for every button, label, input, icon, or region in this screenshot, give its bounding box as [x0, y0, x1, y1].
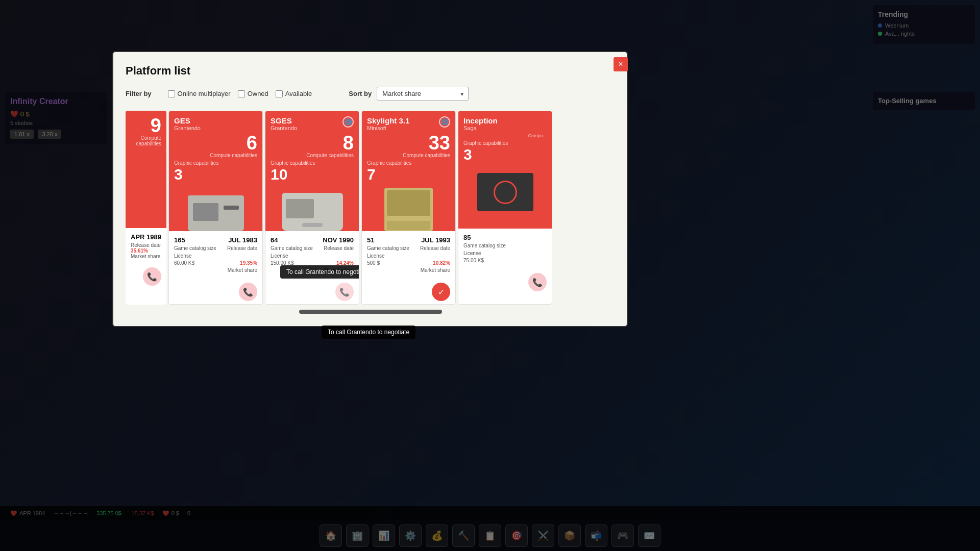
ges-date-label: Release date: [227, 245, 257, 251]
inception-name: Inception: [463, 116, 547, 125]
sort-select-wrapper: Market share Release date Compute capabi…: [377, 87, 469, 101]
filter-sort-bar: Filter by Online multiplayer Owned Avail…: [126, 87, 615, 101]
skylight-compute-label: Compute capabilities: [367, 153, 450, 158]
sges-image: [271, 185, 354, 231]
partial-call-button[interactable]: 📞: [143, 267, 161, 286]
filter-label: Filter by: [126, 90, 152, 97]
inception-compute-label-partial: Compu...: [463, 133, 547, 138]
floating-tooltip: To call Grantendo to negotiate: [322, 325, 415, 339]
partial-market: 35.61%: [131, 248, 161, 254]
skylight-market-label: Market share: [421, 267, 450, 273]
cards-scroll-wrapper: 9 Compute capabilities APR 1989 Release …: [126, 111, 616, 314]
ges-catalog-label: Game catalog size: [174, 245, 216, 251]
partial-date-row: APR 1989: [131, 233, 161, 241]
sges-date-label: Release date: [324, 245, 354, 251]
skylight-market: 10.82%: [433, 260, 450, 266]
skylight-card-top: Skylight 3.1 Minisoft 🌐 33 Compute capab…: [362, 111, 455, 231]
ges-compute: 6: [174, 133, 257, 153]
filter-online-multiplayer[interactable]: Online multiplayer: [168, 90, 231, 97]
inception-card-action: 📞: [458, 270, 552, 294]
inception-license-label: License: [463, 251, 481, 256]
skylight-globe-icon: 🌐: [439, 116, 450, 128]
card-partial-top: 9 Compute capabilities: [126, 111, 166, 228]
skylight-catalog-label: Game catalog size: [367, 245, 409, 251]
platform-list-modal: × Platform list Filter by Online multipl…: [112, 51, 628, 327]
platform-card-sges: SGES Grantendo 🌐 8 Compute capabilities …: [265, 111, 359, 305]
skylight-market-label-row: Market share: [367, 267, 450, 273]
skylight-catalog: 51: [367, 236, 374, 244]
nes-console-image: [188, 195, 244, 231]
skylight-manufacturer: Minisoft: [367, 125, 450, 131]
skylight-check-button[interactable]: ✓: [432, 283, 450, 301]
sges-name: SGES: [271, 116, 354, 125]
owned-checkbox[interactable]: [238, 90, 245, 97]
inception-license-value-row: 75.00 K$: [463, 258, 547, 263]
sges-compute: 8: [271, 133, 354, 153]
skylight-license-value: 500 $: [367, 260, 380, 266]
ges-call-button[interactable]: 📞: [239, 283, 257, 301]
inception-console-image: [477, 173, 533, 211]
sges-graphic-label: Graphic capabilities: [271, 160, 354, 166]
ges-license-row: License: [174, 253, 257, 259]
ges-license-value: 60.00 K$: [174, 260, 194, 266]
ges-market: 19.35%: [240, 260, 257, 266]
skylight-date: JUL 1993: [421, 236, 450, 244]
filter-options: Online multiplayer Owned Available: [168, 90, 312, 97]
partial-market-label: Market share: [131, 254, 161, 259]
sges-call-button[interactable]: 📞: [335, 283, 354, 301]
online-multiplayer-checkbox[interactable]: [168, 90, 175, 97]
partial-date-label: Release date: [131, 242, 161, 248]
sges-labels-row: Game catalog size Release date: [271, 245, 354, 251]
sges-license-label: License: [271, 253, 288, 259]
available-checkbox[interactable]: [276, 90, 283, 97]
filter-available[interactable]: Available: [276, 90, 312, 97]
ges-license-label: License: [174, 253, 191, 259]
partial-compute-label: Compute capabilities: [131, 135, 161, 146]
sges-compute-label: Compute capabilities: [271, 153, 354, 158]
skylight-license-label: License: [367, 253, 384, 259]
skylight-name: Skylight 3.1: [367, 116, 450, 125]
sges-date: NOV 1990: [323, 236, 354, 244]
skylight-image: [367, 185, 450, 231]
sges-graphic: 10: [271, 166, 354, 183]
ges-manufacturer: Grantendo: [174, 125, 257, 131]
ges-card-action: 📞: [169, 280, 262, 304]
skylight-labels-row: Game catalog size Release date: [367, 245, 450, 251]
inception-manufacturer: Saga: [463, 125, 547, 131]
sges-license-row: License: [271, 253, 354, 259]
partial-card-action: 📞: [126, 264, 166, 289]
snes-console-image: [282, 193, 343, 231]
filter-owned[interactable]: Owned: [238, 90, 268, 97]
ges-bottom: 165 JUL 1983 Game catalog size Release d…: [169, 231, 262, 280]
inception-license-value: 75.00 K$: [463, 258, 484, 263]
owned-label: Owned: [248, 90, 268, 97]
skylight-license-row: License: [367, 253, 450, 259]
inception-catalog: 85: [463, 234, 471, 241]
skylight-card-action: ✓: [362, 280, 455, 304]
inception-graphic-label: Graphic capabilities: [463, 140, 547, 146]
ges-labels-row: Game catalog size Release date: [174, 245, 257, 251]
skylight-license-value-row: 500 $ 10.82%: [367, 260, 450, 266]
ges-market-label-row: Market share: [174, 267, 257, 273]
partial-date: APR 1989: [131, 233, 161, 241]
inception-catalog-label: Game catalog size: [463, 243, 506, 248]
inception-catalog-label-row: Game catalog size: [463, 243, 547, 248]
sges-card-action: 📞 To call Grantendo to negotiate: [265, 280, 359, 304]
platform-card-inception: Inception Saga Compu... Graphic capabili…: [458, 111, 552, 305]
ges-name: GES: [174, 116, 257, 125]
inception-bottom: 85 Game catalog size License 75.00 K$: [458, 229, 552, 270]
sort-label: Sort by: [349, 90, 372, 97]
skylight-graphic: 7: [367, 166, 450, 183]
online-multiplayer-label: Online multiplayer: [178, 90, 231, 97]
platform-card-partial: 9 Compute capabilities APR 1989 Release …: [126, 111, 166, 305]
cards-container: 9 Compute capabilities APR 1989 Release …: [126, 111, 616, 305]
close-button[interactable]: ×: [614, 57, 628, 71]
platform-card-ges: GES Grantendo 6 Compute capabilities Gra…: [168, 111, 263, 305]
sges-manufacturer: Grantendo: [271, 125, 354, 131]
sges-catalog-row: 64 NOV 1990: [271, 236, 354, 244]
skylight-graphic-label: Graphic capabilities: [367, 160, 450, 166]
inception-license-row: License: [463, 251, 547, 256]
inception-call-button[interactable]: 📞: [528, 273, 547, 291]
sort-select[interactable]: Market share Release date Compute capabi…: [377, 87, 469, 101]
negotiate-tooltip: To call Grantendo to negotiate: [280, 265, 359, 279]
